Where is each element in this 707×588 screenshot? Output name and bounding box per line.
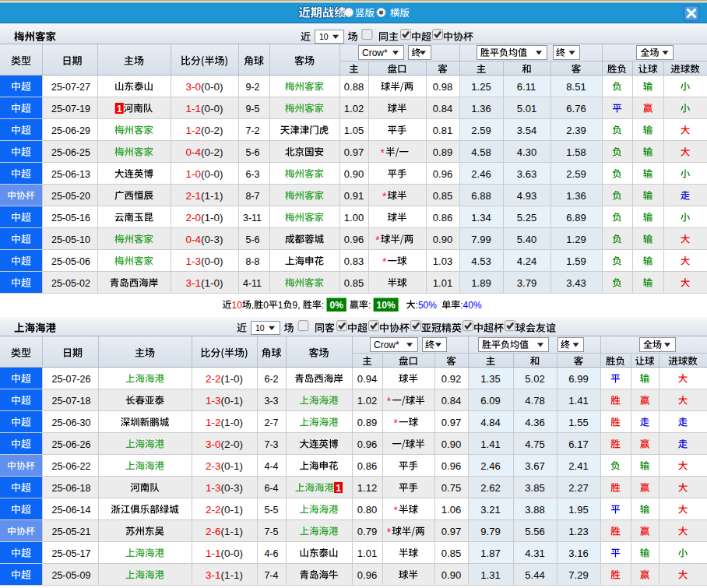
svg-text:3.54: 3.54 <box>517 125 536 136</box>
svg-text:*: * <box>382 255 387 268</box>
svg-text:4.75: 4.75 <box>525 438 544 450</box>
svg-text:8-7: 8-7 <box>245 191 259 202</box>
svg-text:(1-0): (1-0) <box>221 417 244 428</box>
svg-text::: : <box>368 300 371 311</box>
svg-text:(0-0): (0-0) <box>201 81 223 93</box>
svg-text:6.99: 6.99 <box>568 373 588 385</box>
svg-text:9-5: 9-5 <box>245 104 259 114</box>
svg-text:0.84: 0.84 <box>433 103 452 114</box>
svg-text:25-06-26: 25-06-26 <box>51 439 90 450</box>
svg-text:7.99: 7.99 <box>471 234 491 245</box>
svg-text:*: * <box>394 417 399 429</box>
svg-text:4.78: 4.78 <box>525 395 544 407</box>
svg-text:7.29: 7.29 <box>568 569 588 581</box>
svg-text:0.85: 0.85 <box>344 277 364 289</box>
svg-text:3-3: 3-3 <box>264 396 278 407</box>
svg-text:0: 0 <box>263 300 269 311</box>
svg-text:(0-2): (0-2) <box>201 125 223 136</box>
svg-text:3.43: 3.43 <box>566 277 586 289</box>
svg-text:4-6: 4-6 <box>264 548 278 559</box>
svg-text:(0-1): (0-1) <box>221 460 244 472</box>
svg-text:25-05-09: 25-05-09 <box>51 570 90 581</box>
svg-text:1-1: 1-1 <box>185 103 201 114</box>
svg-text:1.01: 1.01 <box>357 548 377 559</box>
svg-text:*: * <box>387 526 392 538</box>
svg-text:4.58: 4.58 <box>471 146 491 158</box>
svg-text:2-2: 2-2 <box>206 373 221 385</box>
svg-text:1.87: 1.87 <box>480 548 500 559</box>
svg-text:5.44: 5.44 <box>525 569 544 581</box>
svg-text:4-11: 4-11 <box>243 278 262 289</box>
svg-text:0-4: 0-4 <box>185 234 201 245</box>
svg-text:*: * <box>375 234 380 246</box>
svg-text:25-05-02: 25-05-02 <box>51 278 90 289</box>
svg-text:0.94: 0.94 <box>357 373 377 385</box>
svg-text:1.95: 1.95 <box>568 504 588 516</box>
svg-text:1.36: 1.36 <box>471 103 491 114</box>
svg-text:1.01: 1.01 <box>433 277 452 289</box>
svg-text:0.90: 0.90 <box>441 569 461 581</box>
svg-text:25-06-22: 25-06-22 <box>51 461 90 472</box>
svg-text:(1-1): (1-1) <box>221 569 244 581</box>
svg-text:6-3: 6-3 <box>245 169 259 180</box>
svg-text:1-3: 1-3 <box>185 255 201 267</box>
svg-text:0.85: 0.85 <box>441 548 461 559</box>
svg-text:2-7: 2-7 <box>264 417 278 428</box>
svg-text:2-1: 2-1 <box>185 190 201 202</box>
svg-text:1.06: 1.06 <box>441 504 461 516</box>
svg-text:25-06-29: 25-06-29 <box>51 125 90 136</box>
svg-text:25-05-06: 25-05-06 <box>51 256 90 267</box>
svg-text:5.40: 5.40 <box>517 234 536 245</box>
svg-text:0.91: 0.91 <box>344 190 364 202</box>
svg-text:1-2: 1-2 <box>206 417 221 428</box>
svg-text:6.17: 6.17 <box>568 438 588 450</box>
svg-text:1.58: 1.58 <box>566 146 586 158</box>
svg-text:4.36: 4.36 <box>525 417 544 428</box>
svg-text:7-5: 7-5 <box>264 526 278 537</box>
svg-text:1-3: 1-3 <box>206 395 221 407</box>
svg-text:1.35: 1.35 <box>480 373 500 385</box>
svg-text:1.59: 1.59 <box>566 255 586 267</box>
svg-text:0.97: 0.97 <box>441 417 461 428</box>
svg-text:*: * <box>387 395 392 407</box>
svg-text:1.36: 1.36 <box>566 190 586 202</box>
svg-text:(0-2): (0-2) <box>201 146 223 158</box>
svg-text:40%: 40% <box>463 300 482 311</box>
svg-text:0.84: 0.84 <box>441 395 461 407</box>
svg-text:0.97: 0.97 <box>441 526 461 537</box>
svg-text:0%: 0% <box>330 300 344 311</box>
svg-text::: : <box>322 300 324 311</box>
svg-text:3.16: 3.16 <box>568 548 588 559</box>
svg-text:(0-3): (0-3) <box>201 234 223 245</box>
svg-text:4.93: 4.93 <box>517 190 536 202</box>
svg-text:6-4: 6-4 <box>264 483 278 494</box>
svg-text:0.96: 0.96 <box>357 569 377 581</box>
svg-text:1.02: 1.02 <box>344 103 364 114</box>
svg-text:2.41: 2.41 <box>568 460 588 472</box>
svg-text:(1-0): (1-0) <box>201 212 223 224</box>
svg-text:3-1: 3-1 <box>185 277 201 289</box>
svg-text:2.62: 2.62 <box>480 482 500 494</box>
svg-text:6-2: 6-2 <box>264 374 278 385</box>
svg-text:9,: 9, <box>293 300 301 311</box>
svg-text:1.34: 1.34 <box>471 212 491 224</box>
svg-text:0.98: 0.98 <box>433 81 452 93</box>
svg-text:25-05-17: 25-05-17 <box>51 548 90 559</box>
svg-text:3.63: 3.63 <box>517 168 536 180</box>
svg-text:25-05-10: 25-05-10 <box>51 234 90 245</box>
svg-text:0.86: 0.86 <box>433 212 452 224</box>
svg-text:50%: 50% <box>418 300 437 311</box>
svg-text:*: * <box>382 190 387 202</box>
svg-text:25-06-25: 25-06-25 <box>51 147 90 158</box>
svg-text:6.09: 6.09 <box>480 395 500 407</box>
svg-text:1.03: 1.03 <box>433 255 452 267</box>
svg-text:4.30: 4.30 <box>517 146 536 158</box>
svg-text:*: * <box>394 504 399 516</box>
svg-text:1.89: 1.89 <box>471 277 491 289</box>
svg-text:25-07-19: 25-07-19 <box>51 104 90 114</box>
svg-text:0.80: 0.80 <box>357 504 377 516</box>
svg-text:25-07-18: 25-07-18 <box>51 396 90 407</box>
svg-text:2.46: 2.46 <box>480 460 500 472</box>
svg-text:3.79: 3.79 <box>517 277 536 289</box>
svg-text:3.21: 3.21 <box>480 504 500 516</box>
